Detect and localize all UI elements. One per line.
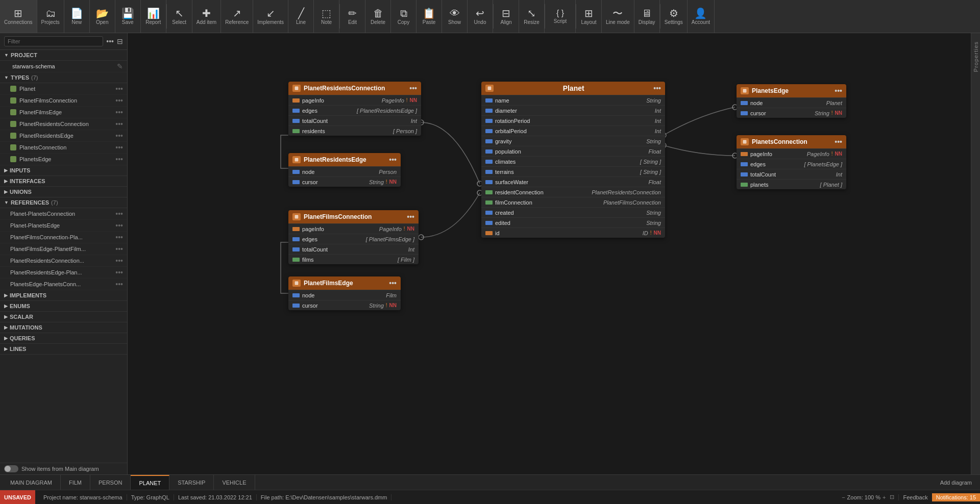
toolbar-connections[interactable]: ⊞ Connections	[0, 0, 37, 33]
sidebar-references-section[interactable]: ▼ REFERENCES (7)	[0, 197, 127, 208]
ref-7-dots[interactable]: •••	[115, 280, 123, 288]
sidebar-ref-6[interactable]: PlanetResidentsEdge-Plan... •••	[0, 267, 127, 279]
sidebar-types-section[interactable]: ▼ TYPES (7)	[0, 72, 127, 83]
tab-main-diagram[interactable]: MAIN DIAGRAM	[2, 475, 61, 490]
sidebar-project-name[interactable]: starwars-schema ✎	[0, 61, 127, 72]
toolbar-settings[interactable]: ⚙ Settings	[660, 0, 688, 33]
show-items-toggle[interactable]	[4, 465, 18, 472]
toolbar-copy[interactable]: ⧉ Copy	[391, 0, 416, 33]
sidebar-item-planetsconnection[interactable]: PlanetsConnection •••	[0, 142, 127, 154]
toolbar-edit[interactable]: ✏ Edit	[340, 0, 365, 33]
toolbar-line[interactable]: ╱ Line	[288, 0, 314, 33]
toolbar-reference[interactable]: ↗ Reference	[221, 0, 253, 33]
toolbar-line-mode[interactable]: 〜 Line mode	[602, 0, 634, 33]
sidebar-ref-1[interactable]: Planet-PlanetsConnection •••	[0, 208, 127, 220]
node-planets-edge[interactable]: ⊞ PlanetsEdge ••• node Planet cursor Str…	[737, 84, 846, 118]
ref-6-dots[interactable]: •••	[115, 268, 123, 276]
tab-person[interactable]: PERSON	[90, 475, 131, 490]
sidebar-filter-input[interactable]	[4, 36, 103, 46]
tab-starship[interactable]: STARSHIP	[169, 475, 214, 490]
sidebar-lines-section[interactable]: ▶ LINES	[0, 344, 127, 355]
prc-dots-icon[interactable]: •••	[115, 120, 123, 128]
pre-dots-icon[interactable]: •••	[115, 132, 123, 140]
toolbar-paste[interactable]: 📋 Paste	[416, 0, 442, 33]
zoom-fit-icon[interactable]: ⊡	[890, 494, 894, 500]
sidebar-implements-section[interactable]: ▶ IMPLEMENTS	[0, 290, 127, 301]
feedback-button[interactable]: Feedback	[898, 494, 932, 500]
sidebar-enums-section[interactable]: ▶ ENUMS	[0, 301, 127, 312]
node-pre-menu[interactable]: •••	[389, 156, 397, 164]
sidebar-mutations-section[interactable]: ▶ MUTATIONS	[0, 322, 127, 333]
pfc-dots-icon[interactable]: •••	[115, 96, 123, 105]
toolbar-show[interactable]: 👁 Show	[442, 0, 468, 33]
toolbar-implements[interactable]: ↙ Implements	[253, 0, 288, 33]
ref-4-dots[interactable]: •••	[115, 245, 123, 253]
toolbar-new[interactable]: 📄 New	[64, 0, 90, 33]
sidebar-collapse-button[interactable]: ⊟	[117, 37, 123, 45]
sidebar-inputs-section[interactable]: ▶ INPUTS	[0, 165, 127, 176]
node-prc-menu[interactable]: •••	[409, 84, 417, 92]
toolbar-open[interactable]: 📂 Open	[90, 0, 115, 33]
toolbar-display[interactable]: 🖥 Display	[634, 0, 660, 33]
project-dots-icon[interactable]: ✎	[117, 62, 123, 70]
toolbar-account[interactable]: 👤 Account	[688, 0, 715, 33]
planet-row-surfacewater: surfaceWater Float	[481, 177, 665, 187]
node-planet-films-connection[interactable]: ⊞ PlanetFilmsConnection ••• pageInfo Pag…	[288, 210, 419, 264]
sidebar-item-planetresidentsconnection[interactable]: PlanetResidentsConnection •••	[0, 118, 127, 130]
node-planets-connection[interactable]: ⊞ PlanetsConnection ••• pageInfo PageInf…	[737, 135, 846, 189]
toolbar-layout[interactable]: ⊞ Layout	[576, 0, 602, 33]
node-planet-residents-edge[interactable]: ⊞ PlanetResidentsEdge ••• node Person cu…	[288, 153, 401, 187]
sidebar-item-planetresidentsedge[interactable]: PlanetResidentsEdge •••	[0, 130, 127, 142]
toolbar-script[interactable]: { } Script	[545, 0, 576, 33]
toolbar-note[interactable]: ⬚ Note	[314, 0, 339, 33]
pfe-dots-icon[interactable]: •••	[115, 108, 123, 116]
node-planet[interactable]: ⊞ Planet ••• name String diameter Int ro…	[481, 82, 665, 238]
sidebar-ref-7[interactable]: PlanetsEdge-PlanetsConn... •••	[0, 279, 127, 290]
node-pc-menu[interactable]: •••	[835, 138, 842, 146]
sidebar-ref-4[interactable]: PlanetFilmsEdge-PlanetFilm... •••	[0, 243, 127, 255]
node-planet-menu[interactable]: •••	[653, 84, 661, 92]
sidebar-project-section[interactable]: ▼ PROJECT	[0, 50, 127, 61]
sidebar-item-planet[interactable]: Planet •••	[0, 83, 127, 95]
node-pfe-menu[interactable]: •••	[389, 279, 397, 287]
ref-5-dots[interactable]: •••	[115, 257, 123, 265]
toolbar-add-item[interactable]: ✚ Add item	[192, 0, 221, 33]
sidebar-unions-section[interactable]: ▶ UNIONS	[0, 187, 127, 197]
sidebar-item-planetfilmsedge[interactable]: PlanetFilmsEdge •••	[0, 107, 127, 118]
toolbar-delete[interactable]: 🗑 Delete	[365, 0, 391, 33]
ref-2-dots[interactable]: •••	[115, 221, 123, 230]
node-planet-residents-connection[interactable]: ⊞ PlanetResidentsConnection ••• pageInfo…	[288, 82, 421, 136]
toolbar-resize[interactable]: ⤡ Resize	[519, 0, 545, 33]
toolbar-projects[interactable]: 🗂 Projects	[37, 0, 64, 33]
node-pe-menu[interactable]: •••	[835, 87, 842, 95]
notifications-badge[interactable]: Notifications: 15	[932, 493, 980, 501]
sidebar-item-planetfilmsconnection[interactable]: PlanetFilmsConnection •••	[0, 95, 127, 107]
tab-film[interactable]: FILM	[61, 475, 90, 490]
ref-1-dots[interactable]: •••	[115, 210, 123, 218]
sidebar-more-button[interactable]: •••	[106, 37, 114, 45]
ref-3-dots[interactable]: •••	[115, 233, 123, 241]
diagram-canvas[interactable]: ⊞ PlanetResidentsConnection ••• pageInfo…	[128, 33, 971, 474]
sidebar-ref-3[interactable]: PlanetFilmsConnection-Pla... •••	[0, 232, 127, 243]
zoom-plus-icon[interactable]: +	[883, 494, 886, 500]
sidebar-interfaces-section[interactable]: ▶ INTERFACES	[0, 176, 127, 187]
sidebar-ref-5[interactable]: PlanetResidentsConnection... •••	[0, 255, 127, 267]
toolbar-undo[interactable]: ↩ Undo	[468, 0, 493, 33]
planet-dots-icon[interactable]: •••	[115, 85, 123, 93]
toolbar-save[interactable]: 💾 Save	[115, 0, 141, 33]
add-diagram-button[interactable]: Add diagram	[934, 475, 978, 490]
zoom-minus-icon[interactable]: −	[842, 494, 845, 500]
sidebar-ref-2[interactable]: Planet-PlanetsEdge •••	[0, 220, 127, 232]
pc-dots-icon[interactable]: •••	[115, 143, 123, 152]
node-planet-films-edge[interactable]: ⊞ PlanetFilmsEdge ••• node Film cursor S…	[288, 276, 401, 310]
sidebar-item-planetsedge[interactable]: PlanetsEdge •••	[0, 154, 127, 165]
pe-dots-icon[interactable]: •••	[115, 155, 123, 163]
toolbar-align[interactable]: ⊟ Align	[494, 0, 519, 33]
tab-planet[interactable]: PLANET	[131, 475, 169, 490]
toolbar-report[interactable]: 📊 Report	[141, 0, 166, 33]
sidebar-scalar-section[interactable]: ▶ SCALAR	[0, 312, 127, 322]
node-pfc-menu[interactable]: •••	[407, 213, 414, 221]
tab-vehicle[interactable]: VEHICLE	[214, 475, 255, 490]
sidebar-queries-section[interactable]: ▶ QUERIES	[0, 333, 127, 344]
toolbar-select[interactable]: ↖ Select	[167, 0, 192, 33]
